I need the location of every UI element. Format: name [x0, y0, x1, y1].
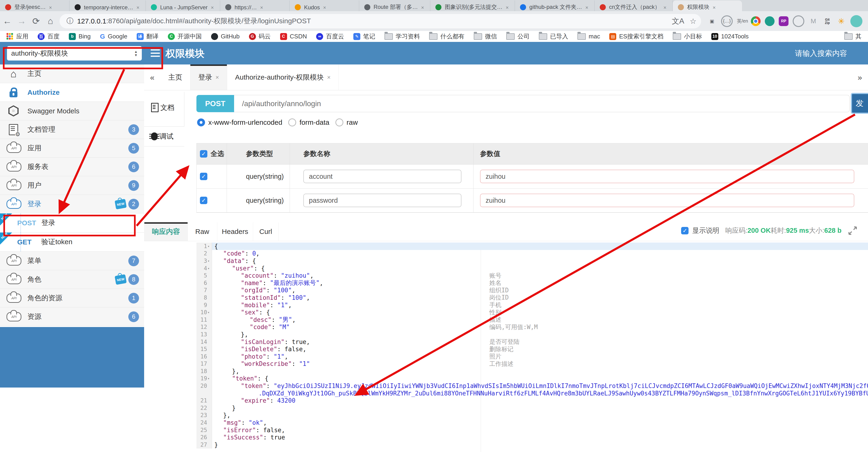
collapse-tabs-icon[interactable]: «	[144, 64, 160, 90]
tab-close-icon[interactable]: ×	[211, 5, 214, 11]
browser-tab[interactable]: temporary-interce…×	[69, 0, 146, 11]
sidebar-item-用户[interactable]: API用户9	[0, 176, 144, 195]
doc-tab-主页[interactable]: 主页	[160, 64, 190, 90]
bookmark-item[interactable]: GitHub	[211, 33, 240, 40]
bookmark-item[interactable]: 101024Tools	[711, 33, 749, 40]
browser-tab[interactable]: cn文件迁入（pack）×	[595, 0, 673, 11]
show-description-toggle[interactable]: ✓ 显示说明	[681, 226, 719, 235]
address-bar[interactable]: ⓘ 127.0.0.1 :8760/api/gate/doc.html#/aut…	[60, 14, 701, 28]
rp-extension-icon[interactable]: RP	[779, 16, 788, 26]
response-json-viewer[interactable]: 1▾{2"code": 0,3▾"data": {4▾"user": {5"ac…	[196, 243, 868, 452]
back-icon[interactable]: ←	[0, 16, 14, 26]
browser-tab[interactable]: 图象识别(多元法提交…×	[430, 0, 515, 11]
sidebar-item-角色[interactable]: API角色NEW8	[0, 270, 144, 289]
bookmark-item[interactable]: ∞百度云	[316, 32, 344, 40]
doc-tab-登录[interactable]: 登录×	[190, 64, 227, 90]
bookmark-item[interactable]: GGoogle	[100, 33, 127, 40]
response-tab-Curl[interactable]: Curl	[253, 222, 279, 241]
bookmark-item[interactable]: 已导入	[539, 32, 568, 40]
tab-close-icon[interactable]: ×	[713, 5, 716, 11]
browser-tab[interactable]: 登录/jeesc…×	[0, 0, 69, 11]
module-select[interactable]: authority-权限模块 ▲▼	[7, 46, 142, 60]
browser-tab[interactable]: Kudos×	[290, 0, 359, 11]
tab-close-icon[interactable]: ×	[421, 5, 424, 11]
radio-icon[interactable]	[335, 118, 343, 126]
tab-close-icon[interactable]: ×	[323, 5, 326, 11]
rail-item-debug[interactable]: 调试	[151, 128, 184, 145]
body-type-option[interactable]: x-www-form-urlencoded	[197, 118, 282, 126]
bookmark-item[interactable]: 其	[844, 32, 862, 40]
sidebar-item-Authorize[interactable]: Authorize	[0, 83, 144, 102]
bookmark-item[interactable]: 译翻译	[137, 32, 158, 40]
bookmark-item[interactable]: 公司	[506, 32, 530, 40]
globe-extension-icon[interactable]	[765, 16, 775, 26]
bookmark-item[interactable]: 什么都有	[429, 32, 464, 40]
tab-close-icon[interactable]: ×	[260, 5, 263, 11]
gitzip-icon[interactable]: GitZip	[823, 16, 832, 26]
site-info-icon[interactable]: ⓘ	[66, 16, 73, 26]
browser-tab[interactable]: Route 部署（多…×	[359, 0, 431, 11]
header-select-all[interactable]: ✓全选	[197, 143, 227, 164]
param-value-input[interactable]	[480, 170, 854, 183]
bookmark-item[interactable]: bBing	[69, 33, 91, 40]
body-type-option[interactable]: form-data	[288, 118, 329, 126]
browser-tab[interactable]: Luna - JumpServer×	[146, 0, 220, 11]
home-icon[interactable]: ⌂	[43, 16, 58, 26]
sidebar-item-文档管理[interactable]: 文档管理3	[0, 120, 144, 139]
extension-icon[interactable]: M	[808, 16, 818, 26]
bookmark-item[interactable]: 百百度	[38, 32, 60, 40]
response-tab-响应内容[interactable]: 响应内容	[144, 222, 188, 241]
sidebar-item-角色的资源[interactable]: API角色的资源1	[0, 289, 144, 308]
param-name-input[interactable]	[303, 194, 461, 207]
chrome-icon[interactable]	[751, 16, 761, 26]
browser-tab[interactable]: 权限模块×	[673, 0, 742, 11]
overflow-tabs-icon[interactable]: »	[852, 64, 868, 90]
checkbox-checked-icon[interactable]: ✓	[200, 150, 207, 158]
checkbox-checked-icon[interactable]: ✓	[200, 173, 207, 180]
extension-icon[interactable]: {…}	[721, 16, 733, 27]
param-name-input[interactable]	[303, 170, 461, 183]
radio-icon[interactable]	[288, 118, 296, 126]
sidebar-item-主页[interactable]: ⌂主页	[0, 64, 144, 83]
bookmark-item[interactable]: C开源中国	[168, 32, 202, 40]
extension-icon[interactable]: ▣	[707, 16, 717, 26]
doc-tab-close-icon[interactable]: ×	[327, 74, 331, 81]
send-button[interactable]: 发	[851, 93, 868, 114]
tab-close-icon[interactable]: ×	[585, 5, 588, 11]
bookmark-item[interactable]: 微信	[474, 32, 497, 40]
doc-tab-Authorize-authority-权限模块[interactable]: Authorize-authority-权限模块×	[227, 64, 339, 90]
bookmark-item[interactable]: CCSDN	[280, 33, 307, 40]
sidebar-item-菜单[interactable]: API菜单7	[0, 252, 144, 270]
doc-tab-close-icon[interactable]: ×	[216, 74, 219, 81]
sidebar-item-应用[interactable]: API应用5	[0, 139, 144, 158]
extension-icon[interactable]: 英/en	[737, 16, 747, 26]
tab-close-icon[interactable]: ×	[136, 5, 140, 11]
radio-icon[interactable]	[197, 118, 205, 126]
profile-avatar[interactable]	[850, 15, 862, 27]
tab-close-icon[interactable]: ×	[49, 5, 52, 11]
sidebar-item-Swagger Models[interactable]: ⚐Swagger Models	[0, 102, 144, 120]
browser-tab[interactable]: github-pack 文件夹…×	[515, 0, 595, 11]
extension-icon[interactable]	[793, 16, 804, 27]
rail-item-doc[interactable]: 文档	[151, 99, 184, 116]
checkbox-checked-icon[interactable]: ✓	[200, 197, 207, 204]
forward-icon[interactable]: →	[14, 16, 29, 26]
tab-close-icon[interactable]: ×	[663, 5, 666, 11]
sidebar-endpoint-验证token[interactable]: NEWGET验证token	[0, 232, 144, 252]
search-input[interactable]: 请输入搜索内容	[795, 49, 847, 59]
bookmark-item[interactable]: G码云	[249, 32, 271, 40]
expand-icon[interactable]	[847, 226, 858, 236]
body-type-option[interactable]: raw	[335, 118, 358, 126]
bookmark-item[interactable]: ▤ES搜索引擎文档	[609, 32, 663, 40]
bookmark-item[interactable]: 小目标	[673, 32, 702, 40]
bookmark-item[interactable]: ✎笔记	[353, 32, 375, 40]
bookmark-item[interactable]: 学习资料	[384, 32, 420, 40]
bookmark-star-icon[interactable]: ☆	[690, 17, 696, 26]
tab-close-icon[interactable]: ×	[505, 5, 508, 11]
sidebar-endpoint-登录[interactable]: NEWPOST登录	[0, 214, 144, 232]
sidebar-item-服务表[interactable]: API服务表6	[0, 158, 144, 176]
sidebar-item-资源[interactable]: API资源6	[0, 308, 144, 326]
reload-icon[interactable]: ⟳	[29, 16, 43, 26]
response-tab-Raw[interactable]: Raw	[187, 222, 217, 241]
menu-icon[interactable]	[151, 49, 160, 58]
